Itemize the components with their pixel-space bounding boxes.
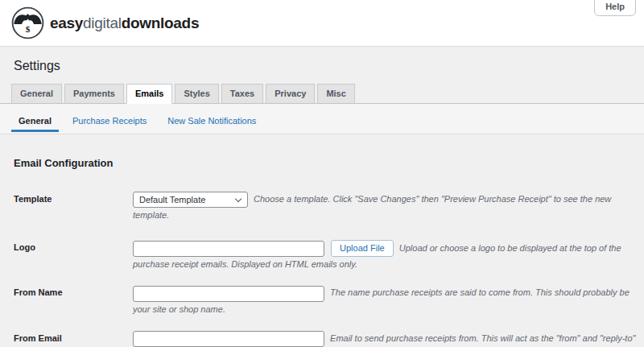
subtab-new-sale-notifications[interactable]: New Sale Notifications [160,116,263,132]
page-title: Settings [14,57,644,75]
email-configuration-form: Template Default Template Choose a templ… [14,192,636,347]
settings-content: Email Configuration Template Default Tem… [0,157,644,347]
settings-tabs: GeneralPaymentsEmailsStylesTaxesPrivacyM… [0,83,644,104]
brand-text: easydigitaldownloads [50,14,199,32]
template-select-wrap: Default Template [133,192,248,208]
form-row-from-email: From Email Email to send purchase receip… [14,331,636,347]
from-name-input[interactable] [133,286,324,302]
tab-general[interactable]: General [11,84,62,104]
section-title: Email Configuration [14,157,636,169]
logo-field: Upload File Upload or choose a logo to b… [133,240,636,272]
tab-emails[interactable]: Emails [126,84,172,104]
logo-label: Logo [14,240,133,272]
email-subtabs: GeneralPurchase ReceiptsNew Sale Notific… [0,104,644,134]
template-label: Template [14,192,133,223]
from-name-field: The name purchase receipts are said to c… [133,285,636,316]
brand-downloads: downloads [122,14,200,31]
help-button[interactable]: Help [594,0,636,16]
tab-payments[interactable]: Payments [64,84,124,104]
subtab-purchase-receipts[interactable]: Purchase Receipts [65,116,154,132]
tab-styles[interactable]: Styles [175,84,218,104]
logo-input[interactable] [133,241,324,257]
form-row-template: Template Default Template Choose a templ… [14,192,636,223]
edd-logo: $ easydigitaldownloads [11,6,199,39]
subtab-general[interactable]: General [11,116,59,132]
form-row-from-name: From Name The name purchase receipts are… [14,285,636,316]
template-select[interactable]: Default Template [133,192,248,208]
from-email-input[interactable] [133,331,324,347]
tab-taxes[interactable]: Taxes [221,84,263,104]
brand-easy: easy [50,14,83,31]
admin-header: $ easydigitaldownloads Help [0,0,644,47]
upload-file-button[interactable]: Upload File [331,240,394,257]
template-field: Default Template Choose a template. Clic… [133,192,636,223]
svg-text:$: $ [26,24,31,34]
tab-privacy[interactable]: Privacy [266,84,315,104]
from-email-label: From Email [14,331,133,347]
form-row-logo: Logo Upload File Upload or choose a logo… [14,240,636,272]
from-name-label: From Name [14,285,133,316]
tab-misc[interactable]: Misc [317,84,354,104]
edd-logo-icon: $ [11,6,44,39]
brand-digital: digital [83,14,122,31]
from-email-field: Email to send purchase receipts from. Th… [133,331,636,347]
